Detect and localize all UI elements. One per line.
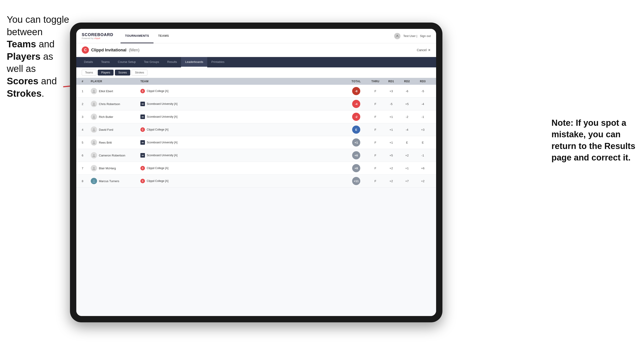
player-avatar (91, 127, 97, 133)
team-logo: C (140, 89, 145, 93)
team-cell: SB Scoreboard University [A] (140, 140, 345, 145)
team-logo: SB (140, 115, 145, 119)
svg-point-8 (93, 167, 95, 169)
col-header-team: TEAM (140, 80, 345, 83)
table-row[interactable]: 1 Elliot Ebert C Clippd College [A] -8 F… (76, 85, 436, 98)
table-row[interactable]: 5 Rees Britt SB Scoreboard University [A… (76, 136, 436, 149)
tab-teams[interactable]: Teams (97, 57, 114, 67)
player-name: Rich Butler (99, 115, 113, 119)
tournament-logo: C (82, 46, 89, 54)
team-name: Clippd College [A] (147, 89, 168, 93)
rank-cell: 2 (82, 102, 91, 106)
col-header-rank: # (82, 80, 91, 83)
score-badge: +6 (352, 151, 360, 159)
rd2-cell: +2 (399, 154, 415, 157)
rd2-cell: +5 (399, 102, 415, 106)
rd1-cell: +1 (383, 128, 399, 131)
table-row[interactable]: 8 Marcus Turners C Clippd College [A] +1… (76, 175, 436, 187)
tablet-screen: SCOREBOARD Powered by clippd TOURNAMENTS… (76, 29, 436, 316)
score-badge: +1 (352, 138, 360, 147)
rd3-cell: -1 (415, 115, 431, 119)
rank-cell: 8 (82, 179, 91, 183)
team-cell: C Clippd College [A] (140, 89, 345, 93)
tab-tee-groups[interactable]: Tee Groups (140, 57, 163, 67)
rd2-cell: -4 (399, 128, 415, 131)
player-avatar (91, 88, 97, 94)
player-avatar (91, 178, 97, 184)
toggle-teams[interactable]: Teams (82, 70, 96, 75)
player-name-cell: Chris Robertson (91, 101, 140, 107)
rd3-cell: +6 (415, 167, 431, 170)
rd1-cell: -5 (383, 102, 399, 106)
nav-link-tournaments[interactable]: TOURNAMENTS (120, 29, 154, 43)
score-badge: -8 (352, 87, 360, 95)
col-header-rd1: RD1 (383, 80, 399, 83)
cancel-button[interactable]: Cancel ✕ (417, 48, 431, 52)
player-name-cell: Blair McHarg (91, 165, 140, 171)
toggle-row: Teams Players Scores Strokes (76, 67, 436, 78)
team-name: Scoreboard University [A] (147, 115, 178, 118)
total-cell: +6 (345, 151, 368, 159)
tournament-name: Clippd Invitational (Men) (91, 48, 140, 52)
table-row[interactable]: 3 Rich Butler SB Scoreboard University [… (76, 110, 436, 123)
svg-point-7 (93, 154, 95, 156)
top-nav: SCOREBOARD Powered by clippd TOURNAMENTS… (76, 29, 436, 43)
rank-cell: 1 (82, 89, 91, 93)
team-name: Clippd College [A] (147, 179, 168, 182)
rd2-cell: +1 (399, 167, 415, 170)
total-cell: -8 (345, 87, 368, 95)
rank-cell: 6 (82, 154, 91, 157)
col-header-total: TOTAL (345, 80, 368, 83)
right-annotation: Note: If you spot a mistake, you can ret… (552, 117, 637, 164)
thru-cell: F (368, 89, 383, 93)
total-cell: -4 (345, 100, 368, 108)
rd2-cell: -6 (399, 89, 415, 93)
toggle-strokes[interactable]: Strokes (132, 70, 148, 75)
total-cell: E (345, 126, 368, 134)
tab-printables[interactable]: Printables (207, 57, 228, 67)
thru-cell: F (368, 179, 383, 183)
logo-sub: Powered by clippd (82, 37, 113, 39)
rd2-cell: +7 (399, 179, 415, 183)
left-annotation: You can toggle between Teams and Players… (7, 13, 70, 100)
nav-link-teams[interactable]: TEAMS (154, 29, 173, 43)
thru-cell: F (368, 115, 383, 119)
team-logo: C (140, 127, 145, 132)
thru-cell: F (368, 154, 383, 157)
player-avatar (91, 101, 97, 107)
tab-leaderboards[interactable]: Leaderboards (181, 57, 207, 67)
rd1-cell: +2 (383, 167, 399, 170)
rd1-cell: +3 (383, 89, 399, 93)
table-row[interactable]: 2 Chris Robertson SB Scoreboard Universi… (76, 98, 436, 110)
team-name: Scoreboard University [A] (147, 102, 178, 106)
table-row[interactable]: 4 David Ford C Clippd College [A] E F +1… (76, 123, 436, 136)
rd2-cell: E (399, 141, 415, 144)
tablet-frame: SCOREBOARD Powered by clippd TOURNAMENTS… (70, 22, 442, 322)
tab-course-setup[interactable]: Course Setup (114, 57, 140, 67)
score-badge: +11 (352, 177, 360, 185)
svg-point-1 (396, 35, 398, 36)
nav-right: Test User | Sign out (394, 33, 431, 39)
sign-out-link[interactable]: Sign out (420, 34, 431, 38)
rd3-cell: +2 (415, 179, 431, 183)
toggle-scores[interactable]: Scores (115, 70, 130, 75)
table-row[interactable]: 6 Cameron Robertson SB Scoreboard Univer… (76, 149, 436, 162)
player-avatar (91, 114, 97, 120)
rd3-cell: -5 (415, 89, 431, 93)
table-body: 1 Elliot Ebert C Clippd College [A] -8 F… (76, 85, 436, 316)
player-name-cell: Elliot Ebert (91, 88, 140, 94)
table-row[interactable]: 7 Blair McHarg C Clippd College [A] +8 F… (76, 162, 436, 175)
player-name: Blair McHarg (99, 167, 116, 170)
player-avatar (91, 152, 97, 159)
col-header-thru: THRU (368, 80, 383, 83)
total-cell: +1 (345, 138, 368, 147)
rd3-cell: E (415, 141, 431, 144)
toggle-players[interactable]: Players (98, 70, 114, 75)
tab-results[interactable]: Results (163, 57, 181, 67)
total-cell: +11 (345, 177, 368, 185)
team-logo: SB (140, 140, 145, 145)
team-cell: SB Scoreboard University [A] (140, 115, 345, 119)
score-badge: E (352, 126, 360, 134)
cancel-x-icon: ✕ (428, 48, 431, 52)
tab-details[interactable]: Details (80, 57, 97, 67)
